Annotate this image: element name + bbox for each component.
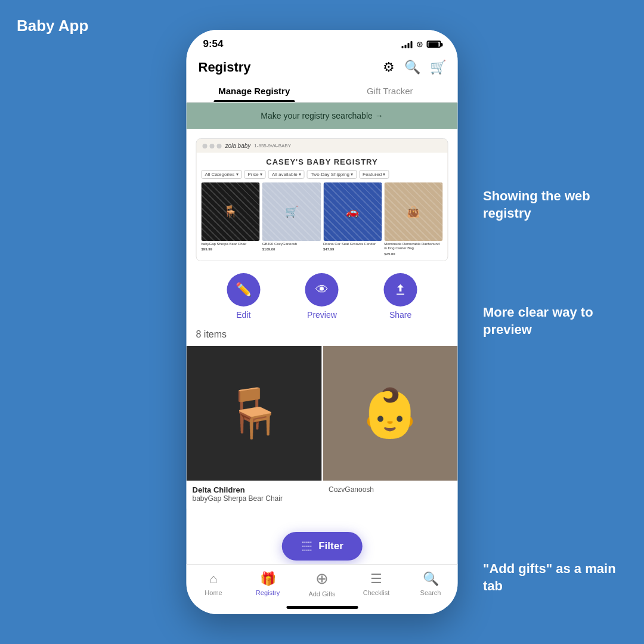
chair-brand: Delta Children [193,485,316,494]
preview-item-1: 🪑 babyGap Sherpa Bear Chair $99.99 [202,182,260,256]
filter-price[interactable]: Price ▾ [244,170,266,179]
nav-search[interactable]: 🔍 Search [413,571,448,596]
share-icon [394,283,407,296]
preview-item-3: 🚗 Doona Car Seat Grooves Fender $47.99 [323,182,382,256]
product-grid-preview: 🪑 babyGap Sherpa Bear Chair $99.99 🛒 GB4… [202,182,443,256]
nav-add-gifts[interactable]: ⊕ Add Gifts [304,569,340,597]
registry-title-preview: CASEY'S BABY REGISTRY [202,157,443,166]
edit-icon: ✏️ [236,282,252,298]
preview-item-4-price: $25.00 [384,252,442,256]
share-icon-circle [384,273,417,306]
registry-filters: All Categories ▾ Price ▾ All available ▾… [202,170,443,179]
preview-item-2: 🛒 GB490 CozyGanoosh $169.00 [262,182,321,256]
edit-button[interactable]: ✏️ Edit [227,273,260,320]
search-nav-icon: 🔍 [423,571,439,587]
preview-label: Preview [307,310,337,320]
nav-checklist[interactable]: ☰ Checklist [358,571,394,596]
preview-item-1-name: babyGap Sherpa Bear Chair [202,242,260,246]
preview-item-2-price: $169.00 [262,247,321,251]
browser-dots [203,144,222,148]
filter-label: Filter [318,540,343,552]
annotation-web-registry: Showing the web registry [483,188,626,222]
filter-shipping[interactable]: Two-Day Shipping ▾ [307,170,357,179]
preview-icon: 👁 [315,282,329,298]
preview-item-2-name: GB490 CozyGanoosh [262,242,321,246]
tab-gift-tracker[interactable]: Gift Tracker [322,79,458,102]
preview-button[interactable]: 👁 Preview [305,273,339,320]
phone-frame: 9:54 ⊛ Registry ⚙ 🔍 🛒 Manage Registry Gi… [187,30,458,614]
nav-registry[interactable]: 🎁 Registry [250,571,286,596]
cart-icon[interactable]: 🛒 [430,60,446,75]
nav-home[interactable]: ⌂ Home [196,571,231,596]
zola-logo: zola baby [225,143,251,149]
browser-body: CASEY'S BABY REGISTRY All Categories ▾ P… [197,153,448,261]
product-grid: 🪑 Delta Children babyGap Sherpa Bear Cha… [187,346,458,509]
stroller-info: CozvGanoosh [323,481,458,500]
app-title: Baby App [17,17,88,35]
filter-featured[interactable]: Featured ▾ [359,170,389,179]
chair-info: Delta Children babyGap Sherpa Bear Chair [187,481,322,509]
nav-home-label: Home [205,589,222,596]
home-bar [286,606,358,609]
status-icons: ⊛ [402,39,441,49]
scroll-content: Make your registry searchable → zola bab… [187,103,458,564]
registry-banner[interactable]: Make your registry searchable → [187,103,458,129]
preview-item-3-price: $47.99 [323,247,382,251]
checklist-icon: ☰ [370,571,382,587]
phone-number: 1-855-9VA-BABY [254,143,291,148]
app-bar-icons: ⚙ 🔍 🛒 [383,60,446,75]
home-icon: ⌂ [209,571,217,587]
nav-add-gifts-label: Add Gifts [308,590,335,597]
battery-icon [427,41,441,48]
add-gifts-icon: ⊕ [315,569,329,588]
status-bar: 9:54 ⊛ [187,30,458,55]
app-bar: Registry ⚙ 🔍 🛒 [187,55,458,79]
nav-registry-label: Registry [256,589,280,596]
wifi-icon: ⊛ [416,39,423,49]
annotation-preview: More clear way to preview [483,304,626,338]
items-count: 8 items [187,327,458,346]
tabs: Manage Registry Gift Tracker [187,79,458,103]
share-label: Share [389,310,411,320]
web-preview-card: zola baby 1-855-9VA-BABY CASEY'S BABY RE… [196,138,448,261]
search-icon[interactable]: 🔍 [404,60,420,75]
chair-image: 🪑 [187,346,322,481]
preview-icon-circle: 👁 [305,273,339,306]
action-buttons: ✏️ Edit 👁 Preview Share [187,261,458,327]
annotation-add-gifts: "Add gifts" as a main tab [483,561,626,595]
bottom-nav: ⌂ Home 🎁 Registry ⊕ Add Gifts ☰ Checklis… [187,564,458,600]
preview-item-4-name: Mominside Removable Dachshund in Dog Car… [384,242,442,250]
chair-name: babyGap Sherpa Bear Chair [193,494,316,503]
edit-label: Edit [236,310,250,320]
status-time: 9:54 [203,38,224,50]
nav-checklist-label: Checklist [363,589,390,596]
settings-icon[interactable]: ⚙ [383,60,395,75]
preview-item-3-name: Doona Car Seat Grooves Fender [323,242,382,246]
tab-manage-registry[interactable]: Manage Registry [187,79,323,102]
browser-header: zola baby 1-855-9VA-BABY [197,139,448,153]
stroller-image: 👶 [323,346,458,481]
signal-icon [402,40,413,48]
filter-all-categories[interactable]: All Categories ▾ [202,170,242,179]
filter-button[interactable]: Filter [281,532,363,561]
nav-search-label: Search [420,589,441,596]
banner-text: Make your registry searchable → [261,111,383,120]
filter-icon [301,540,312,552]
app-bar-title: Registry [199,60,251,75]
preview-item-4: 👜 Mominside Removable Dachshund in Dog C… [384,182,442,256]
stroller-name: CozvGanoosh [329,485,452,494]
registry-icon: 🎁 [260,571,276,587]
share-button[interactable]: Share [384,273,417,320]
edit-icon-circle: ✏️ [227,273,260,306]
filter-available[interactable]: All available ▾ [268,170,305,179]
home-indicator [187,600,458,614]
preview-item-1-price: $99.99 [202,247,260,251]
product-card-stroller[interactable]: 👶 CozvGanoosh [323,346,458,509]
product-card-chair[interactable]: 🪑 Delta Children babyGap Sherpa Bear Cha… [187,346,322,509]
